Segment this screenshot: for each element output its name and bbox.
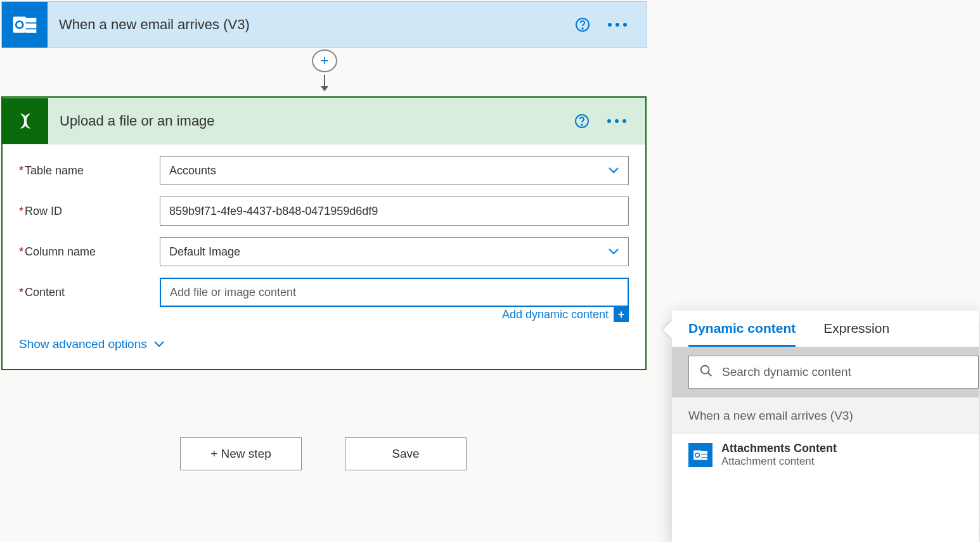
svg-rect-14: [701, 458, 707, 460]
dynamic-content-panel: Dynamic content Expression When a new em…: [672, 311, 979, 542]
chevron-down-icon: [608, 164, 619, 177]
table-name-select[interactable]: Accounts: [160, 156, 629, 185]
svg-rect-4: [26, 29, 36, 32]
svg-rect-2: [26, 18, 36, 22]
show-advanced-options[interactable]: Show advanced options: [19, 337, 629, 351]
svg-point-9: [701, 366, 709, 374]
svg-rect-0: [13, 16, 26, 33]
dynamic-search-input[interactable]: [722, 365, 968, 379]
advanced-options-label: Show advanced options: [19, 337, 147, 351]
dynamic-item-attachments-content[interactable]: Attachments Content Attachment content: [672, 434, 979, 475]
help-icon[interactable]: [574, 113, 590, 129]
svg-rect-12: [701, 451, 707, 453]
arrow-down-icon: [318, 75, 331, 95]
row-id-label: Row ID: [25, 205, 62, 218]
action-header[interactable]: Upload a file or an image: [3, 98, 645, 145]
chevron-down-icon: [153, 337, 165, 351]
dynamic-group-header: When a new email arrives (V3): [672, 397, 979, 434]
table-name-value: Accounts: [169, 164, 216, 177]
panel-caret-icon: [663, 321, 672, 339]
dynamic-search[interactable]: [688, 356, 979, 389]
svg-point-8: [581, 124, 583, 126]
column-name-select[interactable]: Default Image: [160, 237, 629, 266]
row-id-input[interactable]: [160, 197, 629, 226]
outlook-icon: [2, 2, 48, 48]
add-step-button[interactable]: +: [312, 49, 337, 72]
tab-expression[interactable]: Expression: [823, 321, 889, 347]
column-name-label: Column name: [25, 245, 96, 259]
dynamic-item-title: Attachments Content: [721, 442, 837, 455]
svg-rect-10: [693, 450, 701, 460]
add-dynamic-content-link[interactable]: Add dynamic content: [502, 308, 609, 321]
trigger-title: When a new email arrives (V3): [48, 16, 575, 33]
tab-dynamic-content[interactable]: Dynamic content: [688, 321, 796, 347]
action-title: Upload a file or an image: [48, 113, 574, 129]
ellipsis-icon[interactable]: [608, 23, 627, 27]
svg-rect-13: [701, 454, 707, 456]
svg-rect-3: [26, 23, 36, 28]
table-name-label: Table name: [25, 164, 84, 177]
column-name-value: Default Image: [169, 245, 240, 259]
connector: +: [312, 49, 337, 95]
button-row: + New step Save: [180, 437, 467, 470]
chevron-down-icon: [608, 245, 619, 259]
action-card: Upload a file or an image *Table name Ac…: [1, 96, 647, 370]
plus-badge-icon[interactable]: +: [614, 307, 629, 322]
help-icon[interactable]: [575, 17, 590, 32]
trigger-card[interactable]: When a new email arrives (V3): [1, 1, 647, 48]
content-label: Content: [25, 286, 65, 299]
save-button[interactable]: Save: [345, 437, 467, 470]
outlook-icon: [688, 443, 712, 467]
dynamic-item-subtitle: Attachment content: [721, 455, 837, 468]
ellipsis-icon[interactable]: [607, 119, 626, 123]
search-icon: [699, 364, 713, 380]
svg-point-6: [582, 28, 583, 29]
content-input[interactable]: [160, 278, 629, 307]
new-step-button[interactable]: + New step: [180, 437, 302, 470]
dataverse-icon: [3, 98, 48, 144]
